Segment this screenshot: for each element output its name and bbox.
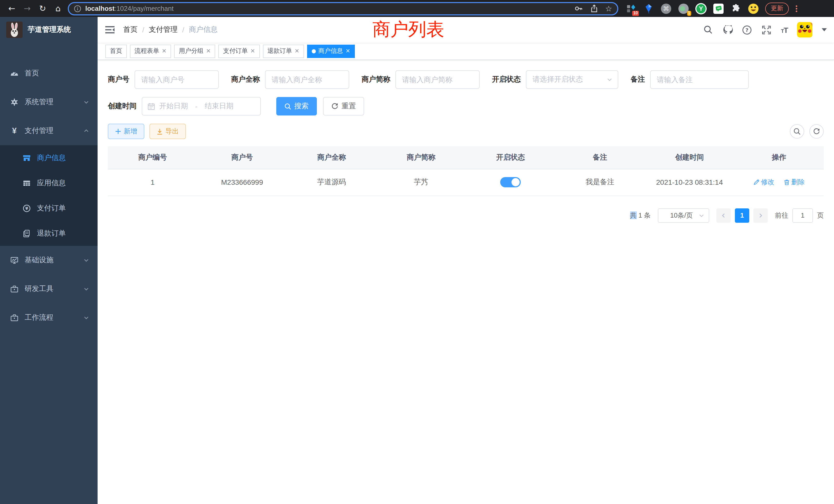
extension-recorder-icon[interactable]: 1 [678,3,689,14]
extension-chat-icon[interactable] [713,3,724,14]
briefcase-icon [10,285,19,293]
date-start-placeholder[interactable]: 开始日期 [159,101,188,111]
sidebar-item-infra[interactable]: 基础设施 [0,246,97,275]
extension-tasks-icon[interactable]: 10 [626,3,637,14]
sidebar-item-merchant-info[interactable]: 商户信息 [0,145,97,170]
shop-icon [23,154,31,162]
toggle-search-button[interactable] [790,124,804,139]
export-button[interactable]: 导出 [150,124,186,139]
fullscreen-icon[interactable] [761,25,772,35]
status-toggle[interactable] [500,177,521,187]
app-logo-row[interactable]: 芋道管理系统 [0,17,97,43]
bookmark-star-icon[interactable]: ☆ [605,4,612,13]
sidebar-collapse-icon[interactable] [105,26,115,34]
cell-full-name: 芋道源码 [287,169,376,196]
date-end-placeholder[interactable]: 结束日期 [205,101,234,111]
extension-kite-icon[interactable] [643,3,654,14]
sidebar-item-workflow[interactable]: 工作流程 [0,303,97,332]
status-select[interactable]: 请选择开启状态 [526,70,618,89]
sidebar-item-system[interactable]: 系统管理 [0,88,97,116]
breadcrumb: 首页 / 支付管理 / 商户信息 [123,25,218,35]
breadcrumb-current: 商户信息 [189,25,218,35]
browser-toolbar: ← → ↻ ⌂ localhost:1024/pay/merchant ☆ [0,0,834,17]
breadcrumb-home[interactable]: 首页 [123,25,138,35]
merchant-no-input[interactable] [135,70,219,89]
url-host: localhost [85,5,114,12]
tags-view-bar: 首页 流程表单✕ 用户分组✕ 支付订单✕ 退款订单✕ 商户信息✕ [97,43,834,60]
address-bar[interactable]: localhost:1024/pay/merchant ☆ [68,2,618,15]
sidebar-item-home[interactable]: 首页 [0,59,97,88]
column-header: 开启状态 [466,146,555,169]
chevron-down-icon [698,212,705,219]
next-page-button[interactable] [753,208,768,223]
extension-y-icon[interactable]: Y [695,3,707,14]
prev-page-button[interactable] [717,208,731,223]
browser-update-button[interactable]: 更新 [765,2,789,15]
add-button[interactable]: 新增 [108,124,144,139]
column-header: 创建时间 [645,146,734,169]
remark-input[interactable] [650,70,749,89]
full-name-input[interactable] [265,70,349,89]
browser-home-icon[interactable]: ⌂ [50,4,66,13]
extension-row: 10 ⌘ 1 [626,3,759,14]
pagination: 共 1 条 10条/页 1 [108,208,824,223]
chevron-down-icon [83,286,89,292]
edit-link[interactable]: 修改 [753,178,774,187]
cell-create-time: 2021-10-23 08:31:14 [645,169,734,196]
cell-short-name: 芋艿 [376,169,466,196]
tag-pay-order[interactable]: 支付订单✕ [219,44,260,58]
close-icon[interactable]: ✕ [206,48,211,54]
column-header: 商户全称 [287,146,376,169]
site-info-icon[interactable] [74,5,81,12]
svg-text:?: ? [746,27,749,33]
sidebar: 芋道管理系统 首页 [0,17,97,504]
github-icon[interactable] [722,25,732,35]
avatar-caret-icon[interactable] [822,28,827,31]
grid-icon [23,179,31,187]
refresh-icon [813,128,820,135]
close-icon[interactable]: ✕ [250,48,255,54]
sidebar-item-dev-tools[interactable]: 研发工具 [0,275,97,303]
tag-home[interactable]: 首页 [105,44,127,58]
cell-merchant-id: 1 [108,169,197,196]
user-avatar[interactable] [797,22,812,38]
browser-menu-icon[interactable] [793,4,800,13]
extension-emoji-icon[interactable] [748,3,759,14]
help-icon[interactable]: ? [742,25,752,35]
close-icon[interactable]: ✕ [162,48,167,54]
close-icon[interactable]: ✕ [294,48,299,54]
reset-button[interactable]: 重置 [323,97,364,115]
remark-label: 备注 [631,75,645,84]
browser-reload-icon[interactable]: ↻ [35,4,50,13]
search-button[interactable]: 搜索 [276,97,317,115]
sidebar-item-pay[interactable]: ¥ 支付管理 [0,116,97,145]
tag-merchant-info[interactable]: 商户信息✕ [307,44,355,58]
sidebar-item-pay-order[interactable]: ¥ 支付订单 [0,196,97,221]
date-range-picker[interactable]: 开始日期 - 结束日期 [142,97,261,115]
extension-command-icon[interactable]: ⌘ [660,3,672,14]
tag-refund-order[interactable]: 退款订单✕ [263,44,304,58]
create-time-label: 创建时间 [108,101,137,111]
tag-user-group[interactable]: 用户分组✕ [174,44,215,58]
font-size-icon[interactable]: TT [781,25,788,34]
short-name-input[interactable] [395,70,480,89]
sidebar-item-app-info[interactable]: 应用信息 [0,170,97,196]
browser-forward-icon[interactable]: → [20,4,35,13]
header-search-icon[interactable] [703,25,713,35]
tag-process-form[interactable]: 流程表单✕ [130,44,171,58]
extensions-puzzle-icon[interactable] [730,3,742,14]
sidebar-item-refund-order[interactable]: 退款订单 [0,221,97,246]
goto-page-input[interactable] [792,208,813,223]
breadcrumb-section[interactable]: 支付管理 [149,25,178,35]
calendar-icon [147,102,155,110]
extension-badge-1: 1 [687,10,691,16]
refresh-table-button[interactable] [809,124,824,139]
page-size-select[interactable]: 10条/页 [658,208,709,223]
browser-back-icon[interactable]: ← [4,4,20,13]
close-icon[interactable]: ✕ [346,48,350,54]
delete-link[interactable]: 删除 [784,178,805,187]
share-icon[interactable] [590,4,598,13]
page-number-1[interactable]: 1 [735,208,749,223]
password-key-icon[interactable] [574,4,583,13]
table-row: 1 M233666999 芋道源码 芋艿 我是备注 2021-10-23 08:… [108,169,824,196]
